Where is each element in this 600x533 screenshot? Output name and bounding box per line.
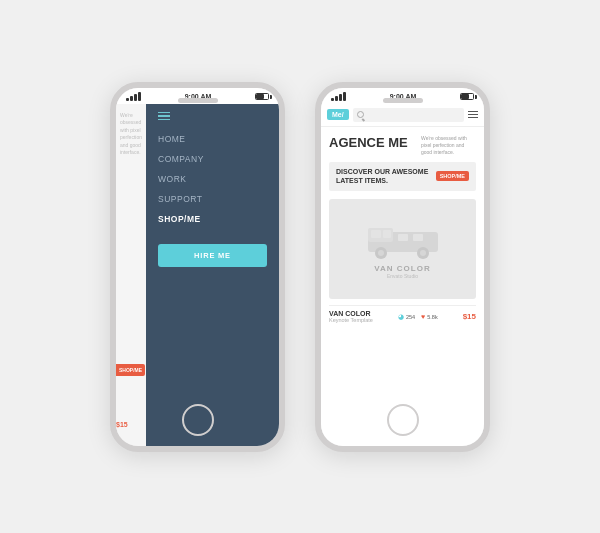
svg-rect-5 [413, 234, 423, 241]
menu-drawer: HOME COMPANY WORK SUPPORT SHOP/ME HIRE M… [146, 104, 279, 446]
menu-item-support[interactable]: SUPPORT [158, 194, 267, 204]
card-info: VAN COLOR Keynote Template [329, 310, 373, 323]
card-subtitle: Keynote Template [329, 317, 373, 323]
van-sublabel: Envato Studio [387, 273, 418, 279]
menu-item-shopme[interactable]: SHOP/ME [158, 214, 267, 224]
hero-side-text: We're obsessed with pixel perfection and… [421, 135, 476, 156]
menu-item-home[interactable]: HOME [158, 134, 267, 144]
status-bar-1: 9:00 AM [116, 88, 279, 104]
banner-text: DISCOVER OUR AWESOMELATEST ITEMS. [336, 167, 428, 187]
twitter-count: ◕ 254 [398, 313, 415, 321]
menu-item-work[interactable]: WORK [158, 174, 267, 184]
svg-rect-3 [383, 230, 391, 238]
signal-icon-2 [331, 92, 346, 101]
card-social: ◕ 254 ♥ 5.8k [398, 313, 438, 321]
phone2-body: AGENCE ME We're obsessed with pixel perf… [321, 127, 484, 446]
phone2-content: Me/ AGENCE ME We're obsessed with pixel … [321, 104, 484, 446]
signal-icon [126, 92, 141, 101]
phone2-header: Me/ [321, 104, 484, 127]
product-image: VAN COLOR Envato Studio [329, 199, 476, 299]
battery-icon-1 [255, 93, 269, 100]
search-bar[interactable] [353, 108, 464, 122]
price-left: $15 [116, 419, 128, 430]
menu-item-company[interactable]: COMPANY [158, 154, 267, 164]
van-label: VAN COLOR [374, 264, 430, 273]
phone1-content: We're obsessed with pixel perfection and… [116, 104, 279, 446]
svg-rect-2 [371, 230, 381, 238]
page-behind: We're obsessed with pixel perfection and… [116, 104, 146, 446]
svg-point-9 [420, 250, 426, 256]
twitter-icon: ◕ [398, 313, 404, 321]
heart-icon: ♥ [421, 313, 425, 320]
banner: DISCOVER OUR AWESOMELATEST ITEMS. SHOP/M… [329, 162, 476, 192]
van-illustration [363, 220, 443, 260]
banner-shop-badge[interactable]: SHOP/ME [436, 171, 469, 181]
menu-header [158, 108, 267, 129]
likes-count: ♥ 5.8k [421, 313, 438, 320]
svg-point-7 [378, 250, 384, 256]
menu-items: HOME COMPANY WORK SUPPORT SHOP/ME [158, 134, 267, 224]
hamburger-icon-2[interactable] [468, 111, 478, 119]
status-time-1: 9:00 AM [185, 93, 212, 100]
card-title: VAN COLOR [329, 310, 373, 317]
phone-2: 9:00 AM Me/ AGENCE ME We're obsessed wit… [315, 82, 490, 452]
svg-rect-4 [398, 234, 408, 241]
hero-title: AGENCE ME [329, 135, 408, 151]
hero-row: AGENCE ME We're obsessed with pixel perf… [329, 135, 476, 156]
status-time-2: 9:00 AM [390, 93, 417, 100]
shop-badge-left[interactable]: SHOP/ME [116, 364, 145, 376]
search-icon [357, 111, 364, 118]
battery-icon-2 [460, 93, 474, 100]
card-price: $15 [463, 312, 476, 321]
hire-me-button[interactable]: HIRE ME [158, 244, 267, 267]
hamburger-icon[interactable] [158, 112, 170, 121]
status-bar-2: 9:00 AM [321, 88, 484, 104]
header-tab[interactable]: Me/ [327, 109, 349, 120]
product-card-bottom: VAN COLOR Keynote Template ◕ 254 ♥ 5.8k … [329, 305, 476, 327]
phone-1: 9:00 AM We're obsessed with pixel perfec… [110, 82, 285, 452]
